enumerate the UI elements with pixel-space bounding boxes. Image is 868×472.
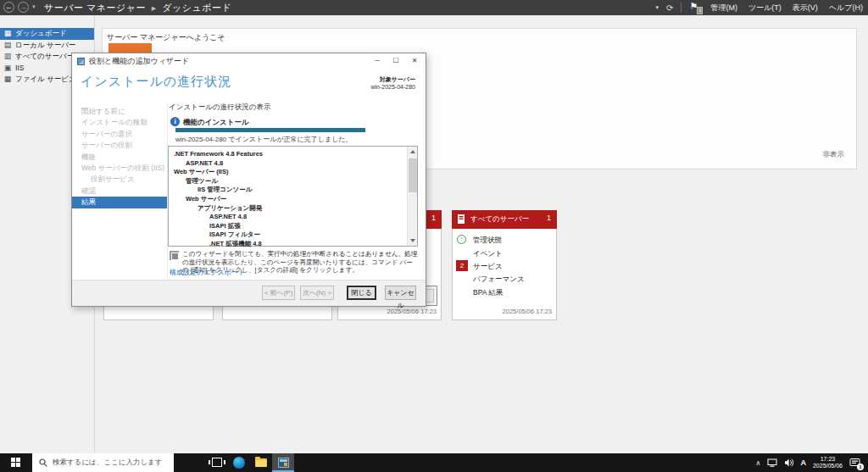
taskbar-search-input[interactable]: 検索するには、ここに入力します <box>32 453 174 472</box>
tile-timestamp: 2025/05/06 17:23 <box>387 308 437 315</box>
sidebar-item-label: IIS <box>15 63 24 75</box>
breadcrumb-separator: ▸ <box>149 3 159 13</box>
tile-title: すべてのサーバー <box>470 214 529 225</box>
feature-item: Web サーバー <box>169 195 406 204</box>
nav-history-caret-icon[interactable]: ▾ <box>32 3 36 10</box>
taskbar-clock[interactable]: 17:23 2025/05/06 <box>813 456 843 469</box>
target-server-label: 対象サーバー <box>370 75 415 83</box>
close-button[interactable]: 閉じる <box>347 286 376 300</box>
menu-view[interactable]: 表示(V) <box>791 3 820 14</box>
tile-row-label: サービス <box>473 262 503 272</box>
all-servers-tile-header[interactable]: すべてのサーバー 1 <box>452 210 557 229</box>
wizard-step-features[interactable]: 機能 <box>72 152 167 163</box>
breadcrumb-page: ダッシュボード <box>162 3 231 13</box>
sidebar-item-label: ローカル サーバー <box>15 40 75 52</box>
breadcrumb-app: サーバー マネージャー <box>44 3 146 13</box>
all-servers-tile[interactable]: すべてのサーバー 1 ↑ 管理状態 イベント 2 サービス パフォーマンス BP… <box>452 210 557 320</box>
install-success-message: win-2025-04-280 でインストールが正常に完了しました。 <box>175 135 353 144</box>
info-icon: i <box>170 117 180 126</box>
menu-help[interactable]: ヘルプ(H) <box>827 3 865 14</box>
wizard-titlebar[interactable]: 役割と機能の追加ウィザード ─ ☐ ✕ <box>72 53 426 69</box>
environment-caret-icon[interactable]: ▾ <box>656 4 659 11</box>
maximize-icon[interactable]: ☐ <box>387 53 405 69</box>
wizard-step-server-roles[interactable]: サーバーの役割 <box>72 140 167 151</box>
sidebar-item-label: すべてのサーバー <box>15 51 74 63</box>
storage-icon: ▦ <box>3 74 12 86</box>
notifications-flag-button[interactable]: ⚑ 1 <box>689 2 701 14</box>
task-view-button[interactable] <box>206 453 228 472</box>
installed-features-list[interactable]: .NET Framework 4.8 Features ASP.NET 4.8 … <box>168 146 418 247</box>
tile-row-performance[interactable]: パフォーマンス <box>453 274 556 286</box>
topbar-divider <box>681 3 682 13</box>
status-up-icon: ↑ <box>457 235 466 244</box>
wizard-step-installation-type[interactable]: インストールの種類 <box>72 117 167 128</box>
target-server-info: 対象サーバー win-2025-04-280 <box>370 75 415 91</box>
close-icon[interactable]: ✕ <box>405 53 424 69</box>
network-icon[interactable] <box>767 458 777 467</box>
hidden-icons-chevron-icon[interactable]: ∧ <box>756 459 761 467</box>
back-icon[interactable]: ← <box>3 2 14 13</box>
scroll-down-icon[interactable] <box>408 236 418 246</box>
scrollbar-thumb[interactable] <box>409 158 417 192</box>
file-explorer-button[interactable] <box>250 453 272 472</box>
system-tray: ∧ A 17:23 2025/05/06 1 <box>756 453 868 472</box>
feature-item: IIS 管理コンソール <box>169 186 406 195</box>
feature-item: .NET Framework 4.8 Features <box>169 150 406 159</box>
next-button[interactable]: 次へ(N) > <box>300 286 334 300</box>
feature-item: ASP.NET 4.8 <box>169 213 406 222</box>
cancel-button[interactable]: キャンセル <box>385 286 416 300</box>
export-settings-link[interactable]: 構成設定のエクスポート <box>170 268 245 277</box>
add-roles-features-wizard: 役割と機能の追加ウィザード ─ ☐ ✕ インストールの進行状況 対象サーバー w… <box>71 53 426 307</box>
edge-button[interactable] <box>228 453 250 472</box>
tile-timestamp: 2025/05/06 17:23 <box>503 308 552 315</box>
search-placeholder: 検索するには、ここに入力します <box>53 458 163 468</box>
refresh-icon[interactable]: ⟳ <box>666 3 673 13</box>
back-button[interactable]: < 前へ(P) <box>262 286 295 300</box>
tile-row-label: BPA 結果 <box>473 288 503 298</box>
sidebar-item-dashboard[interactable]: ▦ ダッシュボード <box>0 28 94 40</box>
tile-row-bpa-results[interactable]: BPA 結果 <box>453 287 556 299</box>
wizard-step-results[interactable]: 結果 <box>72 197 167 208</box>
hide-welcome-link[interactable]: 非表示 <box>823 150 845 160</box>
wizard-app-icon <box>77 58 85 65</box>
feature-item: Web サーバー (IIS) <box>169 168 406 177</box>
action-center-button[interactable]: 1 <box>849 457 861 469</box>
tile-row-services[interactable]: 2 サービス <box>453 261 556 273</box>
tile-row-label: イベント <box>473 249 503 259</box>
wizard-step-server-selection[interactable]: サーバーの選択 <box>72 129 167 140</box>
breadcrumb: サーバー マネージャー ▸ ダッシュボード <box>44 2 231 14</box>
desktop: ← → ▾ サーバー マネージャー ▸ ダッシュボード ▾ ⟳ ⚑ 1 管理(M… <box>0 0 868 472</box>
scrollbar[interactable] <box>407 147 417 246</box>
menu-tools[interactable]: ツール(T) <box>747 3 783 14</box>
feature-item: ASP.NET 4.8 <box>169 159 406 169</box>
tile-row-label: パフォーマンス <box>473 275 525 285</box>
feature-item: .NET 拡張機能 4.8 <box>169 240 406 249</box>
ime-indicator[interactable]: A <box>800 458 806 467</box>
action-center-badge: 1 <box>857 464 864 470</box>
wizard-step-role-services[interactable]: 役割サービス <box>72 174 167 185</box>
server-manager-icon <box>278 458 289 468</box>
menu-manage[interactable]: 管理(M) <box>709 3 739 14</box>
tile-row-manageability[interactable]: ↑ 管理状態 <box>453 235 556 247</box>
forward-icon[interactable]: → <box>18 2 29 13</box>
sidebar-item-label: ダッシュボード <box>15 28 67 40</box>
server-manager-button[interactable] <box>272 453 294 472</box>
wizard-step-web-server-role[interactable]: Web サーバーの役割 (IIS) <box>72 163 167 174</box>
wizard-step-confirmation[interactable]: 確認 <box>72 186 167 197</box>
task-view-icon <box>212 458 222 467</box>
tile-row-events[interactable]: イベント <box>453 248 556 260</box>
tile-row-label: 管理状態 <box>473 236 502 246</box>
search-icon <box>39 458 47 467</box>
minimize-icon[interactable]: ─ <box>368 53 387 69</box>
wizard-step-before-you-begin[interactable]: 開始する前に <box>72 106 167 117</box>
volume-icon[interactable] <box>784 458 793 467</box>
clock-time: 17:23 <box>813 456 843 463</box>
sidebar-item-local-server[interactable]: ▤ ローカル サーバー <box>0 40 94 52</box>
start-button[interactable] <box>0 453 32 472</box>
servers-icon: ▥ <box>3 51 12 63</box>
folder-icon <box>255 458 267 467</box>
scroll-up-icon[interactable] <box>408 147 418 157</box>
install-task-title: 機能のインストール <box>183 118 249 128</box>
feature-item: ISAPI 拡張 <box>169 222 406 231</box>
server-manager-titlebar: ← → ▾ サーバー マネージャー ▸ ダッシュボード ▾ ⟳ ⚑ 1 管理(M… <box>0 0 868 15</box>
